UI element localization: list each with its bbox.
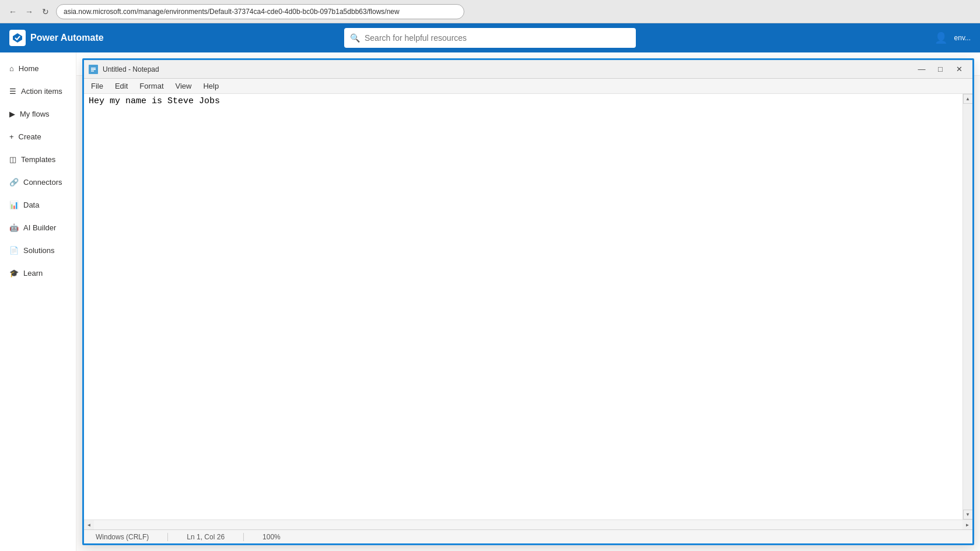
browser-bar: ← → ↻ asia.now.microsoft.com/manage/envi… <box>0 0 980 23</box>
main-layout: ⌂ Home ☰ Action items ▶ My flows + Creat… <box>0 52 980 551</box>
minimize-button[interactable]: — <box>913 64 930 75</box>
close-button[interactable]: ✕ <box>950 64 968 75</box>
sidebar-item-data[interactable]: 📊 Data <box>0 194 76 216</box>
sidebar-item-connectors[interactable]: 🔗 Connectors <box>0 171 76 194</box>
pa-logo-icon <box>9 30 26 46</box>
sidebar-label-learn: Learn <box>23 269 43 278</box>
sidebar-item-solutions[interactable]: 📄 Solutions <box>0 239 76 262</box>
notepad-scrollbar-vertical[interactable]: ▲ ▼ <box>963 94 972 520</box>
svg-rect-1 <box>91 68 96 69</box>
action-items-icon: ☰ <box>9 87 16 96</box>
sidebar-label-home: Home <box>19 64 39 73</box>
learn-icon: 🎓 <box>9 269 19 278</box>
refresh-btn[interactable]: ↻ <box>40 6 51 17</box>
url-bar[interactable]: asia.now.microsoft.com/manage/environmen… <box>56 4 464 19</box>
scroll-left-button[interactable]: ◄ <box>84 520 94 530</box>
scroll-track-horizontal[interactable] <box>94 520 963 529</box>
notepad-textarea[interactable]: Hey my name is Steve Jobs <box>84 94 963 520</box>
sidebar-label-data: Data <box>23 201 39 209</box>
templates-icon: ◫ <box>9 155 16 164</box>
data-icon: 📊 <box>9 201 19 209</box>
url-text: asia.now.microsoft.com/manage/environmen… <box>64 8 400 16</box>
sidebar-label-my-flows: My flows <box>20 110 50 118</box>
env-label: env... <box>954 34 971 42</box>
menu-format[interactable]: Format <box>135 80 168 92</box>
status-zoom: 100% <box>258 533 285 541</box>
menu-view[interactable]: View <box>171 80 197 92</box>
notepad-app-icon <box>89 65 98 74</box>
status-divider-2 <box>243 533 244 541</box>
status-line-ending: Windows (CRLF) <box>91 533 153 541</box>
scroll-down-button[interactable]: ▼ <box>963 510 973 520</box>
notepad-scrollbar-horizontal[interactable]: ◄ ► <box>84 520 972 529</box>
my-flows-icon: ▶ <box>9 110 15 118</box>
notepad-window: Untitled - Notepad — □ ✕ File Edit Forma… <box>82 58 974 545</box>
ai-builder-icon: 🤖 <box>9 223 19 232</box>
sidebar-item-action-items[interactable]: ☰ Action items <box>0 80 76 103</box>
notepad-titlebar: Untitled - Notepad — □ ✕ <box>84 60 972 79</box>
scroll-up-button[interactable]: ▲ <box>963 94 973 104</box>
sidebar-label-action-items: Action items <box>21 87 62 96</box>
account-icon[interactable]: 👤 <box>935 31 947 44</box>
notepad-menubar: File Edit Format View Help <box>84 79 972 94</box>
sidebar-item-create[interactable]: + Create <box>0 125 76 148</box>
svg-rect-2 <box>91 69 96 70</box>
sidebar-item-learn[interactable]: 🎓 Learn <box>0 262 76 285</box>
notepad-content: Hey my name is Steve Jobs ▲ ▼ <box>84 94 972 520</box>
forward-btn[interactable]: → <box>23 6 35 17</box>
content-area: ← Button -> Run a flow built with Window… <box>76 52 980 551</box>
search-bar[interactable]: 🔍 <box>344 28 636 48</box>
sidebar-label-solutions: Solutions <box>23 246 54 255</box>
pa-logo: Power Automate <box>9 30 104 46</box>
scroll-right-button[interactable]: ► <box>963 520 972 530</box>
sidebar-label-ai-builder: AI Builder <box>23 223 56 232</box>
menu-edit[interactable]: Edit <box>110 80 132 92</box>
search-input[interactable] <box>365 33 630 43</box>
sidebar-label-templates: Templates <box>21 155 55 164</box>
sidebar-label-connectors: Connectors <box>23 178 62 187</box>
solutions-icon: 📄 <box>9 246 19 255</box>
svg-rect-3 <box>91 71 94 72</box>
sidebar-item-ai-builder[interactable]: 🤖 AI Builder <box>0 216 76 239</box>
menu-file[interactable]: File <box>86 80 108 92</box>
sidebar-item-my-flows[interactable]: ▶ My flows <box>0 103 76 125</box>
notepad-controls: — □ ✕ <box>913 64 968 75</box>
maximize-button[interactable]: □ <box>932 64 949 75</box>
sidebar: ⌂ Home ☰ Action items ▶ My flows + Creat… <box>0 52 76 551</box>
sidebar-label-create: Create <box>19 132 41 141</box>
create-icon: + <box>9 132 14 141</box>
status-position: Ln 1, Col 26 <box>182 533 229 541</box>
header-right: 👤 env... <box>935 31 971 44</box>
connectors-icon: 🔗 <box>9 178 19 187</box>
pa-header: Power Automate 🔍 👤 env... <box>0 23 980 52</box>
back-btn[interactable]: ← <box>7 6 19 17</box>
app-name: Power Automate <box>30 33 104 43</box>
status-divider-1 <box>167 533 168 541</box>
notepad-statusbar: Windows (CRLF) Ln 1, Col 26 100% <box>84 529 972 543</box>
menu-help[interactable]: Help <box>198 80 223 92</box>
notepad-title: Untitled - Notepad <box>103 65 908 73</box>
search-icon: 🔍 <box>350 33 360 43</box>
home-icon: ⌂ <box>9 64 14 73</box>
sidebar-item-templates[interactable]: ◫ Templates <box>0 148 76 171</box>
sidebar-item-home[interactable]: ⌂ Home <box>0 57 76 80</box>
